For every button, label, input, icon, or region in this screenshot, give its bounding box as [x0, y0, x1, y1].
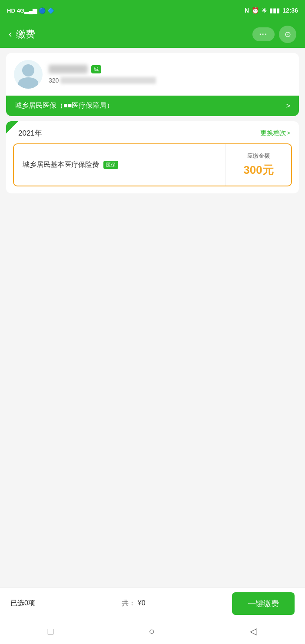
bluetooth-icon: ✳: [262, 7, 267, 14]
nfc-icon: N: [245, 7, 249, 14]
main-content: [0, 199, 305, 503]
bottom-bar: 已选0项 共： ¥0 一键缴费: [0, 588, 305, 619]
status-left-icons: HD 4G▂▄▆ 🔵 🔷: [7, 7, 54, 14]
wifi-icon: 🔵: [39, 7, 46, 14]
back-nav-button[interactable]: ◁: [250, 626, 257, 637]
pay-button[interactable]: 一键缴费: [232, 592, 295, 615]
item-left: 城乡居民基本医疗保险费 医保: [14, 144, 226, 186]
avatar-body: [18, 77, 38, 89]
insurance-item[interactable]: 城乡居民基本医疗保险费 医保 应缴金额 300元: [13, 143, 292, 186]
status-right-icons: N ⏰ ✳ ▮▮▮ 12:36: [245, 7, 298, 14]
status-bar: HD 4G▂▄▆ 🔵 🔷 N ⏰ ✳ ▮▮▮ 12:36: [0, 0, 305, 21]
item-right: 应缴金额 300元: [226, 144, 291, 186]
page-title: 缴费: [16, 28, 35, 41]
city-badge: 城: [91, 65, 101, 73]
change-tier-button[interactable]: 更换档次>: [260, 129, 290, 137]
header-left: ‹ 缴费: [9, 28, 35, 41]
amount-label: 应缴金额: [247, 152, 270, 160]
user-name-row: 城: [49, 65, 291, 73]
header-right: ··· ⊙: [252, 26, 296, 43]
avatar: [14, 60, 43, 89]
home-button[interactable]: ○: [149, 626, 155, 637]
total-prefix: 共：: [122, 599, 136, 607]
year-section: ✓ 2021年 更换档次> 城乡居民基本医疗保险费 医保 应缴金额 300元: [6, 121, 299, 193]
insurance-item-name: 城乡居民基本医疗保险费: [23, 160, 99, 169]
total-amount: ¥0: [138, 599, 146, 607]
battery-icon: ▮▮▮: [269, 7, 280, 14]
user-id-row: 320: [49, 77, 291, 84]
medical-badge: 医保: [103, 161, 118, 169]
signal-icon: 4G▂▄▆: [17, 7, 37, 14]
user-name-blurred: [49, 65, 88, 73]
more-button[interactable]: ···: [252, 27, 275, 41]
insurance-banner-text: 城乡居民医保（■■医疗保障局）: [15, 101, 113, 110]
hd-icon: HD: [7, 7, 15, 14]
recent-apps-button[interactable]: □: [48, 626, 53, 637]
scan-icon: ⊙: [285, 30, 291, 39]
insurance-banner[interactable]: 城乡居民医保（■■医疗保障局） >: [6, 96, 299, 116]
scan-button[interactable]: ⊙: [279, 26, 296, 43]
system-nav-bar: □ ○ ◁: [0, 619, 305, 644]
user-info: 城 320: [6, 53, 299, 96]
total-price: 共： ¥0: [122, 599, 145, 608]
year-header: ✓ 2021年 更换档次>: [6, 121, 299, 143]
avatar-figure: [14, 60, 43, 89]
amount-value: 300元: [243, 163, 273, 178]
user-id-prefix: 320: [49, 77, 59, 84]
insurance-banner-arrow: >: [286, 102, 290, 110]
back-button[interactable]: ‹: [9, 29, 12, 40]
selected-count: 已选0项: [10, 599, 35, 608]
check-mark-icon: ✓: [6, 121, 18, 133]
user-card: 城 320 城乡居民医保（■■医疗保障局） >: [6, 53, 299, 116]
user-details: 城 320: [49, 65, 291, 84]
time-display: 12:36: [282, 7, 298, 14]
user-id-blurred: [60, 77, 156, 84]
vpn-icon: 🔷: [47, 7, 54, 14]
alarm-icon: ⏰: [252, 7, 259, 14]
year-label: 2021年: [18, 128, 42, 138]
header: ‹ 缴费 ··· ⊙: [0, 21, 305, 48]
avatar-head: [22, 64, 34, 76]
